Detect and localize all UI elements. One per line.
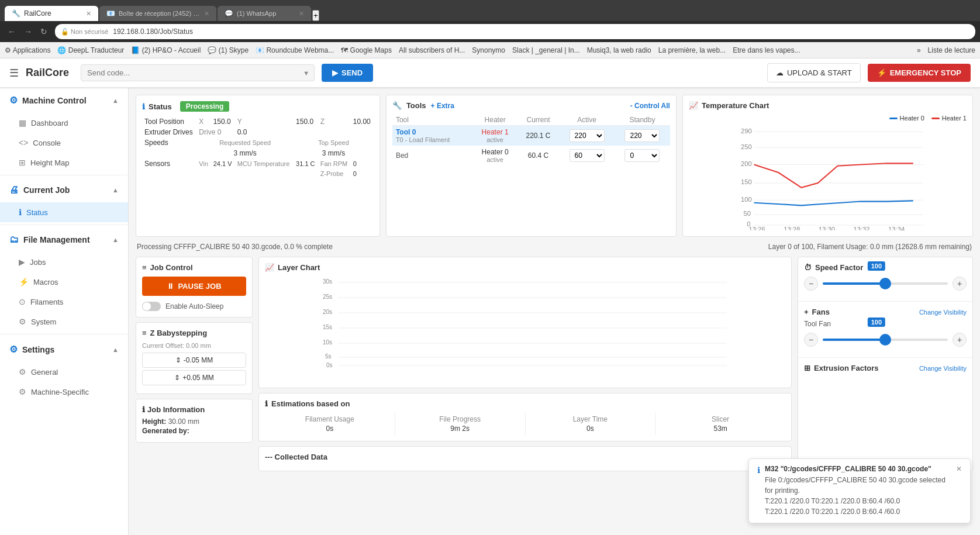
fan-minus-button[interactable]: − xyxy=(804,333,818,347)
bed-standby-select[interactable]: 0 xyxy=(624,149,660,162)
tab-whatsapp[interactable]: 💬 (1) WhatsApp ✕ xyxy=(218,6,311,21)
back-button[interactable]: ← xyxy=(5,26,19,37)
tab-email[interactable]: 📧 Boîte de réception (2452) - hpo... ✕ xyxy=(99,6,216,21)
sidebar-item-heightmap[interactable]: ⊞ Height Map xyxy=(0,153,128,172)
sidebar-item-general[interactable]: ⚙ General xyxy=(0,362,128,382)
tool-0-standby-select[interactable]: 220 xyxy=(624,129,660,142)
sidebar-header-files[interactable]: 🗂 File Management ▲ xyxy=(0,227,128,252)
tab-railcore[interactable]: 🔧 RailCore ✕ xyxy=(5,6,98,21)
bookmark-gmaps[interactable]: 🗺 Google Maps xyxy=(341,46,392,54)
sidebar-settings-label: Settings xyxy=(22,345,54,354)
col-current: Current xyxy=(517,115,559,126)
fans-icon: + xyxy=(804,308,809,316)
layer-info: Layer 0 of 100, Filament Usage: 0.0 mm (… xyxy=(768,243,972,251)
bed-standby[interactable]: 0 xyxy=(615,146,670,165)
tool-0-id: Tool 0 T0 - Load Filament xyxy=(392,126,473,146)
baby-offset-row: Current Offset: 0.00 mm xyxy=(142,342,246,349)
tool-0-current: 220.1 C xyxy=(517,126,559,146)
fan-plus-button[interactable]: + xyxy=(953,333,967,347)
bookmark-fb[interactable]: 📘 (2) HP&O - Accueil xyxy=(131,46,201,54)
bookmark-apps[interactable]: ⚙ Applications xyxy=(5,46,50,54)
bookmark-musiq3[interactable]: Musiq3, la web radio xyxy=(587,46,651,54)
job-info-generated: Generated by: xyxy=(142,427,246,435)
bookmark-synonymo[interactable]: Synonymo xyxy=(472,46,505,54)
fan-slider-row: − 100 + xyxy=(804,333,967,347)
send-code-input[interactable] xyxy=(81,65,298,81)
auto-sleep-toggle[interactable] xyxy=(142,302,161,311)
speed-slider-track[interactable]: 100 xyxy=(823,282,948,285)
add-tab-button[interactable]: + xyxy=(312,10,319,21)
speed-slider-thumb[interactable]: 100 xyxy=(879,278,891,289)
col-tool: Tool xyxy=(392,115,473,126)
refresh-button[interactable]: ↻ xyxy=(37,26,50,37)
estimations-panel: ℹ Estimations based on Filament Usage 0s… xyxy=(258,393,792,441)
sidebar-item-dashboard[interactable]: ▦ Dashboard xyxy=(0,113,128,133)
toast-close-button[interactable]: ✕ xyxy=(956,465,962,473)
fan-slider-track[interactable]: 100 xyxy=(823,339,948,341)
bookmark-more[interactable]: » xyxy=(917,46,921,54)
sidebar-item-filaments[interactable]: ⊙ Filaments xyxy=(0,292,128,312)
speed-factor-title: ⏱ Speed Factor xyxy=(804,263,863,272)
status-nav-icon: ℹ xyxy=(19,208,22,217)
sidebar-header-settings[interactable]: ⚙ Settings ▲ xyxy=(0,337,128,362)
bookmark-skype[interactable]: 💬 (1) Skype xyxy=(208,46,249,54)
bookmark-etre[interactable]: Etre dans les vapes... xyxy=(733,46,800,54)
sidebar-item-machine-specific[interactable]: ⚙ Machine-Specific xyxy=(0,382,128,402)
tab-close-wa[interactable]: ✕ xyxy=(299,10,304,18)
railcore-favicon: 🔧 xyxy=(12,9,20,18)
lc-y-5: 5s xyxy=(325,353,332,360)
tab-close-railcore[interactable]: ✕ xyxy=(86,10,91,18)
bookmark-subscribers[interactable]: All subscribers of H... xyxy=(399,46,465,54)
baby-plus-button[interactable]: ⇕ +0.05 MM xyxy=(142,370,246,385)
bed-active[interactable]: 60 xyxy=(559,146,615,165)
bookmark-deepl[interactable]: 🌐 DeepL Traducteur xyxy=(57,46,124,54)
extra-link[interactable]: + Extra xyxy=(431,102,454,110)
bookmark-list-lecture[interactable]: Liste de lecture xyxy=(928,46,975,54)
heater1-line xyxy=(754,163,913,188)
tool-0-standby[interactable]: 220 xyxy=(615,126,670,146)
collected-title: --- Collected Data xyxy=(265,453,785,461)
tool-0-active[interactable]: 220 xyxy=(559,126,615,146)
sensors-label: Sensors xyxy=(142,158,196,169)
sidebar-item-console[interactable]: <> Console xyxy=(0,133,128,153)
sidebar-section-machine: ⚙ Machine Control ▲ ▦ Dashboard <> Conso… xyxy=(0,88,128,172)
bookmark-roundcube[interactable]: 📧 Roundcube Webma... xyxy=(256,46,334,54)
sidebar-header-job[interactable]: 🖨 Current Job ▲ xyxy=(0,178,128,202)
legend-heater0: Heater 0 xyxy=(889,115,924,122)
upload-start-button[interactable]: ☁ UPLOAD & START xyxy=(767,63,861,82)
sidebar-header-machine[interactable]: ⚙ Machine Control ▲ xyxy=(0,88,128,113)
sidebar-item-jobs[interactable]: ▶ Jobs xyxy=(0,252,128,272)
current-offset-label: Current Offset: xyxy=(142,342,184,349)
sidebar-section-settings: ⚙ Settings ▲ ⚙ General ⚙ Machine-Specifi… xyxy=(0,337,128,402)
forward-button[interactable]: → xyxy=(21,26,35,37)
hamburger-icon[interactable]: ☰ xyxy=(9,67,19,80)
extrusion-change-visibility[interactable]: Change Visibility xyxy=(919,365,967,372)
bed-active-select[interactable]: 60 xyxy=(570,149,605,162)
lc-y-10: 10s xyxy=(323,339,332,346)
send-button[interactable]: ▶ SEND xyxy=(322,64,373,82)
bookmark-slack[interactable]: Slack | _general | In... xyxy=(512,46,580,54)
pause-job-button[interactable]: ⏸ PAUSE JOB xyxy=(142,277,246,296)
tp-z-label: Z xyxy=(318,116,351,127)
fans-change-visibility[interactable]: Change Visibility xyxy=(919,309,967,316)
bookmark-lapremiere[interactable]: La première, la web... xyxy=(658,46,726,54)
probe-row: Z-Probe 0 xyxy=(142,169,374,178)
sidebar-item-system[interactable]: ⚙ System xyxy=(0,312,128,332)
speed-minus-button[interactable]: − xyxy=(804,277,818,291)
tool-0-active-select[interactable]: 220 xyxy=(570,129,605,142)
sidebar-item-macros[interactable]: ⚡ Macros xyxy=(0,272,128,292)
settings-icon: ⚙ xyxy=(9,344,18,355)
fan-slider-thumb[interactable]: 100 xyxy=(879,334,891,346)
address-input[interactable]: 🔓 Non sécurisé 192.168.0.180/Job/Status xyxy=(55,24,975,39)
speed-plus-button[interactable]: + xyxy=(953,277,967,291)
sidebar-section-job: 🖨 Current Job ▲ ℹ Status xyxy=(0,178,128,222)
baby-minus-button[interactable]: ⇕ -0.05 MM xyxy=(142,353,246,368)
z-baby-panel: ≡ Z Babystepping Current Offset: 0.00 mm… xyxy=(136,322,253,394)
status-table: Tool Position X 150.0 Y 150.0 Z 10.00 Ex… xyxy=(142,116,374,178)
control-all-link[interactable]: - Control All xyxy=(630,102,670,110)
tab-close-email[interactable]: ✕ xyxy=(204,10,209,18)
sidebar-item-status[interactable]: ℹ Status xyxy=(0,202,128,222)
send-code-dropdown[interactable]: ▼ xyxy=(298,66,314,80)
left-column: ≡ Job Control ⏸ PAUSE JOB Enable Auto-Sl… xyxy=(136,257,253,471)
emergency-stop-button[interactable]: ⚡ EMERGENCY STOP xyxy=(868,64,971,82)
